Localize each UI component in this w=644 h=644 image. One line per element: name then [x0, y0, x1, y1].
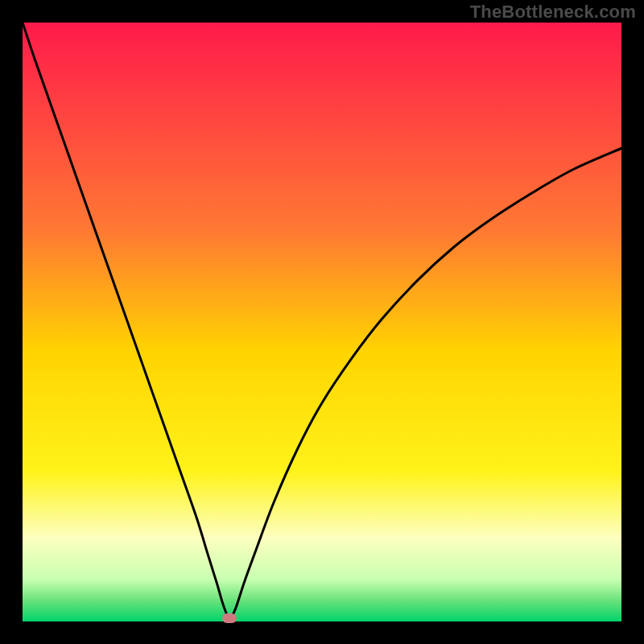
plot-area [23, 23, 621, 621]
chart-frame: TheBottleneck.com [0, 0, 644, 644]
optimal-point-marker [222, 613, 237, 623]
gradient-background [23, 23, 621, 621]
watermark-text: TheBottleneck.com [470, 2, 636, 23]
plot-svg [23, 23, 621, 621]
